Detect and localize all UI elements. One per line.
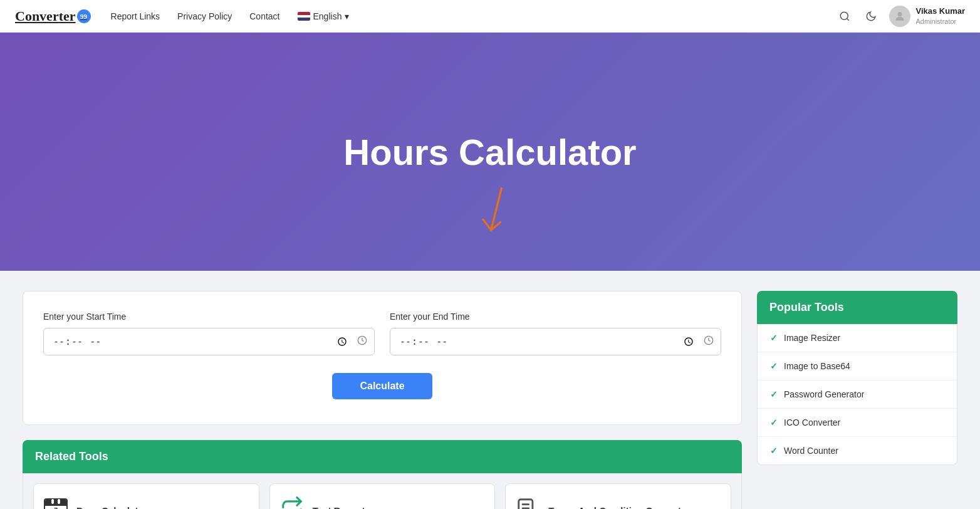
end-time-input-wrap [390, 328, 721, 355]
end-time-field: Enter your End Time [390, 312, 721, 355]
start-time-input-wrap [43, 328, 375, 355]
time-inputs: Enter your Start Time Enter your End Tim… [43, 312, 721, 355]
user-details: Vikas Kumar Administrator [915, 6, 965, 26]
contact-link[interactable]: Contact [249, 11, 279, 21]
terms-icon [516, 496, 540, 509]
avatar [889, 6, 910, 27]
end-time-input[interactable] [390, 328, 721, 355]
logo[interactable]: Converter99 [15, 8, 91, 24]
calculate-button[interactable]: Calculate [332, 373, 432, 399]
sidebar-item-image-resizer[interactable]: ✓ Image Resizer [758, 324, 957, 352]
search-button[interactable] [837, 8, 853, 24]
main-content: Enter your Start Time Enter your End Tim… [8, 271, 972, 509]
svg-line-1 [847, 18, 849, 20]
sidebar-item-label: Word Counter [784, 446, 838, 456]
text-repeater-label: Text Repeater [313, 505, 374, 509]
check-icon: ✓ [770, 417, 778, 428]
chevron-down-icon: ▾ [345, 11, 349, 21]
language-selector[interactable]: English ▾ [298, 11, 350, 21]
hero-banner: Hours Calculator [0, 33, 980, 271]
report-links-link[interactable]: Report Links [111, 11, 160, 21]
flag-icon [298, 12, 310, 21]
terms-generator-label: Terms And Condition Generator [548, 505, 691, 509]
end-time-label: Enter your End Time [390, 312, 721, 322]
sidebar-item-password-generator[interactable]: ✓ Password Generator [758, 380, 957, 409]
calculator-card: Enter your Start Time Enter your End Tim… [23, 291, 742, 425]
user-info: Vikas Kumar Administrator [889, 6, 965, 27]
related-tool-terms-generator[interactable]: Terms And Condition Generator [505, 483, 731, 509]
check-icon: ✓ [770, 389, 778, 399]
start-time-field: Enter your Start Time [43, 312, 375, 355]
related-tools-grid: 7 DAYS Days Calculator [23, 473, 742, 509]
user-name: Vikas Kumar [915, 6, 965, 17]
logo-badge: 99 [77, 9, 91, 23]
navbar: Converter99 Report Links Privacy Policy … [0, 0, 980, 33]
days-calculator-label: Days Calculator [76, 505, 147, 509]
sidebar-item-ico-converter[interactable]: ✓ ICO Converter [758, 409, 957, 437]
start-time-label: Enter your Start Time [43, 312, 375, 322]
user-role: Administrator [915, 17, 965, 26]
sidebar: Popular Tools ✓ Image Resizer ✓ Image to… [757, 291, 957, 465]
search-icon [839, 11, 850, 22]
privacy-policy-link[interactable]: Privacy Policy [177, 11, 232, 21]
svg-point-0 [841, 12, 848, 19]
sidebar-item-image-to-base64[interactable]: ✓ Image to Base64 [758, 352, 957, 380]
sidebar-item-label: Image Resizer [784, 333, 840, 343]
language-label: English [313, 11, 342, 21]
moon-icon [865, 11, 877, 22]
logo-text: Converter [15, 8, 76, 24]
repeat-icon [280, 496, 304, 509]
related-tools-header: Related Tools [23, 440, 742, 473]
svg-point-2 [898, 12, 902, 16]
navbar-right: Vikas Kumar Administrator [837, 6, 965, 27]
scroll-down-arrow [477, 183, 515, 246]
sidebar-list: ✓ Image Resizer ✓ Image to Base64 ✓ Pass… [757, 324, 957, 465]
sidebar-header: Popular Tools [757, 291, 957, 324]
calendar-icon: 7 DAYS [44, 498, 68, 509]
check-icon: ✓ [770, 333, 778, 343]
calculate-button-wrap: Calculate [43, 373, 721, 399]
sidebar-item-label: ICO Converter [784, 417, 840, 428]
related-tool-days-calculator[interactable]: 7 DAYS Days Calculator [33, 483, 259, 509]
start-time-input[interactable] [43, 328, 375, 355]
nav-links: Report Links Privacy Policy Contact Engl… [111, 11, 837, 21]
check-icon: ✓ [770, 446, 778, 456]
page-title: Hours Calculator [343, 131, 636, 173]
dark-mode-button[interactable] [863, 8, 879, 24]
sidebar-item-label: Image to Base64 [784, 361, 850, 371]
sidebar-item-word-counter[interactable]: ✓ Word Counter [758, 437, 957, 464]
content-area: Enter your Start Time Enter your End Tim… [23, 291, 742, 509]
sidebar-item-label: Password Generator [784, 389, 864, 399]
related-tools-section: Related Tools 7 DAYS Days Calculator [23, 440, 742, 509]
check-icon: ✓ [770, 361, 778, 371]
related-tool-text-repeater[interactable]: Text Repeater [269, 483, 496, 509]
